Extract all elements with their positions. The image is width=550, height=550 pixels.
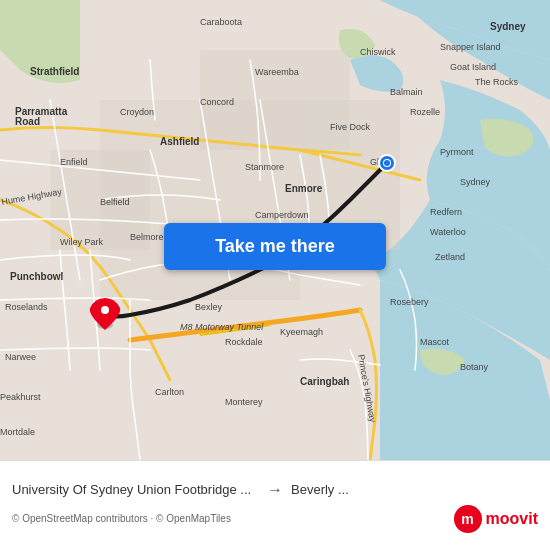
take-me-there-button[interactable]: Take me there [164, 223, 386, 270]
svg-text:Croydon: Croydon [120, 107, 154, 117]
bottom-bar: University Of Sydney Union Footbridge ..… [0, 460, 550, 550]
svg-text:Enmore: Enmore [285, 183, 323, 194]
arrow-icon: → [267, 481, 283, 499]
svg-text:Rockdale: Rockdale [225, 337, 263, 347]
svg-text:Peakhurst: Peakhurst [0, 392, 41, 402]
svg-text:Belmore: Belmore [130, 232, 164, 242]
svg-text:Balmain: Balmain [390, 87, 423, 97]
svg-text:Punchbowl: Punchbowl [10, 271, 64, 282]
svg-text:Concord: Concord [200, 97, 234, 107]
svg-text:Caringbah: Caringbah [300, 376, 349, 387]
svg-text:Rozelle: Rozelle [410, 107, 440, 117]
svg-text:Caraboota: Caraboota [200, 17, 242, 27]
svg-text:The Rocks: The Rocks [475, 77, 519, 87]
origin-text: University Of Sydney Union Footbridge ..… [12, 482, 259, 497]
svg-text:Road: Road [15, 116, 40, 127]
svg-point-53 [384, 160, 390, 166]
svg-text:Kyeemagh: Kyeemagh [280, 327, 323, 337]
svg-text:Goat Island: Goat Island [450, 62, 496, 72]
moovit-icon: m [454, 505, 482, 533]
svg-text:Strathfield: Strathfield [30, 66, 79, 77]
svg-text:Wiley Park: Wiley Park [60, 237, 104, 247]
svg-text:M8 Motorway Tunnel: M8 Motorway Tunnel [180, 322, 264, 332]
moovit-icon-letter: m [461, 511, 473, 527]
svg-text:Snapper Island: Snapper Island [440, 42, 501, 52]
map-view: Parramatta Road Hume Highway Strathfield… [0, 0, 550, 460]
svg-text:Botany: Botany [460, 362, 489, 372]
svg-text:Chiswick: Chiswick [360, 47, 396, 57]
route-row: University Of Sydney Union Footbridge ..… [0, 473, 550, 503]
svg-text:Monterey: Monterey [225, 397, 263, 407]
svg-text:Belfield: Belfield [100, 197, 130, 207]
svg-text:Wareemba: Wareemba [255, 67, 299, 77]
svg-text:Ashfield: Ashfield [160, 136, 199, 147]
svg-text:Carlton: Carlton [155, 387, 184, 397]
svg-point-55 [101, 306, 109, 314]
svg-text:Pyrmont: Pyrmont [440, 147, 474, 157]
svg-text:Camperdown: Camperdown [255, 210, 309, 220]
svg-text:Enfield: Enfield [60, 157, 88, 167]
svg-text:Sydney: Sydney [460, 177, 491, 187]
svg-text:Rosebery: Rosebery [390, 297, 429, 307]
powered-row: © OpenStreetMap contributors · © OpenMap… [0, 503, 550, 539]
destination-text: Beverly ... [291, 482, 538, 497]
svg-text:Narwee: Narwee [5, 352, 36, 362]
moovit-logo: m moovit [454, 505, 538, 533]
svg-text:Waterloo: Waterloo [430, 227, 466, 237]
svg-text:Bexley: Bexley [195, 302, 223, 312]
svg-text:Redfern: Redfern [430, 207, 462, 217]
svg-text:Five Dock: Five Dock [330, 122, 371, 132]
attribution-text: © OpenStreetMap contributors · © OpenMap… [12, 513, 231, 524]
button-label: Take me there [215, 236, 335, 257]
svg-text:Mortdale: Mortdale [0, 427, 35, 437]
svg-text:Sydney: Sydney [490, 21, 526, 32]
svg-text:Mascot: Mascot [420, 337, 450, 347]
svg-text:Zetland: Zetland [435, 252, 465, 262]
svg-text:Stanmore: Stanmore [245, 162, 284, 172]
moovit-label: moovit [486, 510, 538, 528]
svg-text:Roselands: Roselands [5, 302, 48, 312]
